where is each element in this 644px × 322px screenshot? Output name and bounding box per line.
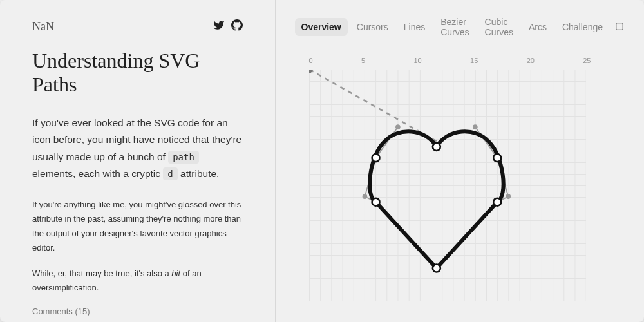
section-tabs: Overview Cursors Lines Bezier Curves Cub… xyxy=(295,13,625,41)
code-d: d xyxy=(163,167,177,180)
tick-label: 10 xyxy=(413,57,421,64)
anchor-point[interactable] xyxy=(432,143,440,151)
tab-cubic[interactable]: Cubic Curves xyxy=(478,13,520,41)
body-paragraph-2: While, er, that may be true, it's also a… xyxy=(32,267,243,295)
tick-label: 20 xyxy=(527,57,535,64)
control-point[interactable] xyxy=(473,124,478,129)
heart-path-svg xyxy=(309,70,586,301)
tab-overview[interactable]: Overview xyxy=(295,18,348,36)
control-handle xyxy=(375,127,397,158)
tab-challenge[interactable]: Challenge xyxy=(556,18,609,36)
intro-paragraph: If you've ever looked at the SVG code fo… xyxy=(32,115,243,182)
expand-icon[interactable] xyxy=(614,21,625,33)
social-links xyxy=(213,19,243,33)
control-point[interactable] xyxy=(506,194,511,199)
anchor-point[interactable] xyxy=(493,198,501,206)
code-path: path xyxy=(168,151,199,164)
svg-rect-0 xyxy=(616,23,623,30)
anchor-point[interactable] xyxy=(372,198,379,206)
canvas-pane: Overview Cursors Lines Bezier Curves Cub… xyxy=(276,0,645,322)
header-row: NaN xyxy=(32,19,243,33)
tick-label: 15 xyxy=(470,57,478,64)
tick-label: 0 xyxy=(309,57,313,64)
tab-arcs[interactable]: Arcs xyxy=(522,18,553,36)
tab-cursors[interactable]: Cursors xyxy=(350,18,395,36)
axis-top: 0 5 10 15 20 25 xyxy=(295,57,591,68)
control-point[interactable] xyxy=(362,194,367,199)
anchor-point[interactable] xyxy=(372,154,379,162)
control-point[interactable] xyxy=(395,124,401,129)
body-paragraph-1: If you're anything like me, you might've… xyxy=(32,198,243,254)
page-title: Understanding SVG Paths xyxy=(32,49,243,97)
site-logo[interactable]: NaN xyxy=(32,20,54,33)
twitter-icon[interactable] xyxy=(213,19,225,33)
tick-label: 5 xyxy=(361,57,365,64)
tab-bezier[interactable]: Bezier Curves xyxy=(434,13,475,41)
tab-lines[interactable]: Lines xyxy=(397,18,431,36)
github-icon[interactable] xyxy=(231,19,243,33)
origin-point[interactable] xyxy=(309,70,313,73)
svg-canvas[interactable]: 0 5 10 15 20 25 xyxy=(295,57,591,308)
heart-path[interactable] xyxy=(370,131,504,268)
tick-label: 25 xyxy=(583,57,591,64)
anchor-point[interactable] xyxy=(432,265,440,272)
article-pane: NaN Understanding SVG Paths If you've ev… xyxy=(0,0,276,322)
anchor-point[interactable] xyxy=(493,154,501,162)
guide-line xyxy=(309,70,436,141)
control-handle xyxy=(475,127,497,158)
comments-link[interactable]: Comments (15) xyxy=(32,307,243,316)
